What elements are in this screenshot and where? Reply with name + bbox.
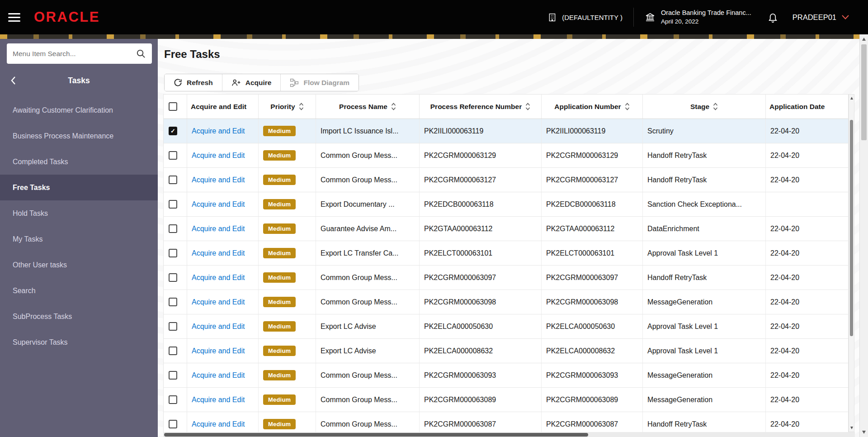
row-checkbox[interactable] bbox=[169, 347, 177, 355]
row-checkbox[interactable] bbox=[169, 273, 177, 282]
row-checkbox[interactable] bbox=[169, 322, 177, 331]
table-vertical-scrollbar[interactable] bbox=[849, 94, 854, 432]
vertical-scrollbar-thumb[interactable] bbox=[850, 120, 853, 336]
search-icon[interactable] bbox=[136, 48, 146, 59]
priority-badge: Medium bbox=[263, 150, 296, 161]
column-header[interactable]: Priority bbox=[259, 95, 316, 119]
sort-icon[interactable] bbox=[713, 102, 718, 111]
row-checkbox[interactable] bbox=[169, 420, 177, 428]
sidebar-item-label: Free Tasks bbox=[13, 184, 50, 192]
user-menu[interactable]: PRADEEP01 bbox=[793, 13, 849, 22]
back-chevron-icon[interactable] bbox=[10, 76, 17, 86]
sidebar-menu-item[interactable]: Supervisor Tasks bbox=[0, 329, 158, 355]
acquire-and-edit-link[interactable]: Acquire and Edit bbox=[192, 347, 245, 355]
menu-search-input[interactable] bbox=[13, 50, 136, 58]
row-checkbox[interactable] bbox=[169, 151, 177, 160]
row-checkbox[interactable] bbox=[169, 176, 177, 184]
priority-cell: Medium bbox=[259, 241, 316, 265]
acquire-and-edit-cell: Acquire and Edit bbox=[187, 168, 259, 192]
sidebar-item-label: Hold Tasks bbox=[13, 209, 48, 218]
acquire-and-edit-link[interactable]: Acquire and Edit bbox=[192, 420, 245, 428]
column-header[interactable]: Process Name bbox=[316, 95, 420, 119]
acquire-and-edit-link[interactable]: Acquire and Edit bbox=[192, 274, 245, 282]
sidebar-menu-item[interactable]: SubProcess Tasks bbox=[0, 304, 158, 329]
acquire-and-edit-link[interactable]: Acquire and Edit bbox=[192, 371, 245, 380]
scroll-up-arrow-icon[interactable] bbox=[849, 97, 854, 100]
process-reference-number-cell: PK2EDCB000063118 bbox=[420, 192, 542, 216]
column-label: Priority bbox=[270, 103, 295, 111]
table-row: Acquire and Edit Medium Export LC Advise… bbox=[164, 339, 848, 363]
sort-icon[interactable] bbox=[525, 102, 530, 111]
acquire-and-edit-link[interactable]: Acquire and Edit bbox=[192, 249, 245, 257]
horizontal-scrollbar-thumb[interactable] bbox=[164, 433, 588, 437]
sidebar-menu-item[interactable]: Awaiting Customer Clarification bbox=[0, 97, 158, 123]
table-row: Acquire and Edit Medium Guarantee Advise… bbox=[164, 217, 848, 241]
building-icon bbox=[547, 13, 557, 22]
acquire-and-edit-cell: Acquire and Edit bbox=[187, 363, 259, 387]
menu-search-box bbox=[7, 43, 152, 64]
refresh-button[interactable]: Refresh bbox=[165, 74, 222, 91]
process-name-cell: Common Group Mess... bbox=[316, 266, 420, 290]
hamburger-menu-icon[interactable] bbox=[8, 11, 20, 24]
row-checkbox[interactable] bbox=[169, 200, 177, 209]
process-reference-number-cell: PK2ELCA000008632 bbox=[420, 339, 542, 363]
row-checkbox[interactable] bbox=[169, 249, 177, 257]
sidebar-menu-item[interactable]: Other User tasks bbox=[0, 252, 158, 278]
sidebar-item-label: Search bbox=[13, 287, 36, 295]
acquire-and-edit-link[interactable]: Acquire and Edit bbox=[192, 152, 245, 160]
row-select-cell bbox=[164, 241, 187, 265]
sidebar-menu-item[interactable]: Search bbox=[0, 278, 158, 304]
acquire-and-edit-link[interactable]: Acquire and Edit bbox=[192, 176, 245, 184]
sidebar-item-label: Other User tasks bbox=[13, 261, 67, 269]
chevron-down-icon bbox=[842, 15, 849, 19]
sidebar-menu-item[interactable]: Free Tasks bbox=[0, 175, 158, 200]
sort-icon[interactable] bbox=[391, 102, 396, 111]
acquire-and-edit-link[interactable]: Acquire and Edit bbox=[192, 225, 245, 233]
page-scroll-up-icon[interactable] bbox=[860, 35, 868, 43]
table-row: Acquire and Edit Medium Import LC Issuan… bbox=[164, 119, 848, 143]
row-checkbox[interactable] bbox=[169, 224, 177, 233]
acquire-user-plus-icon bbox=[231, 78, 241, 87]
sort-icon[interactable] bbox=[625, 102, 630, 111]
priority-cell: Medium bbox=[259, 363, 316, 387]
acquire-and-edit-link[interactable]: Acquire and Edit bbox=[192, 200, 245, 209]
scroll-down-arrow-icon[interactable] bbox=[849, 427, 854, 429]
entity-selector[interactable]: (DEFAULTENTITY ) bbox=[547, 13, 623, 22]
acquire-button[interactable]: Acquire bbox=[222, 74, 281, 91]
acquire-and-edit-link[interactable]: Acquire and Edit bbox=[192, 396, 245, 404]
sidebar-item-label: Awaiting Customer Clarification bbox=[13, 106, 113, 114]
acquire-and-edit-link[interactable]: Acquire and Edit bbox=[192, 298, 245, 306]
org-name: Oracle Banking Trade Financ... bbox=[661, 9, 751, 18]
select-all-checkbox[interactable] bbox=[169, 102, 177, 111]
page-scrollbar-thumb[interactable] bbox=[861, 44, 867, 140]
column-header[interactable]: Application Number bbox=[542, 95, 643, 119]
row-checkbox[interactable] bbox=[169, 371, 177, 380]
application-date-cell: 22-04-20 bbox=[766, 290, 849, 314]
row-checkbox[interactable] bbox=[169, 298, 177, 306]
sort-icon[interactable] bbox=[299, 102, 304, 111]
sidebar-menu-item[interactable]: Completed Tasks bbox=[0, 149, 158, 175]
flow-diagram-button[interactable]: Flow Diagram bbox=[280, 74, 359, 91]
column-label: Process Name bbox=[339, 103, 387, 111]
table-row: Acquire and Edit Medium Common Group Mes… bbox=[164, 143, 848, 168]
notifications-bell-icon[interactable] bbox=[768, 12, 778, 23]
acquire-and-edit-link[interactable]: Acquire and Edit bbox=[192, 127, 245, 135]
column-header[interactable]: Process Reference Number bbox=[420, 95, 542, 119]
page-scroll-down-icon[interactable] bbox=[860, 428, 868, 436]
sidebar-menu-item[interactable]: Business Process Maintenance bbox=[0, 123, 158, 149]
sidebar-menu-item[interactable]: Hold Tasks bbox=[0, 200, 158, 226]
row-checkbox[interactable] bbox=[169, 395, 177, 404]
process-name-cell: Common Group Mess... bbox=[316, 290, 420, 314]
acquire-and-edit-link[interactable]: Acquire and Edit bbox=[192, 323, 245, 331]
table-horizontal-scrollbar[interactable] bbox=[163, 432, 855, 437]
column-header[interactable]: Stage bbox=[643, 95, 766, 119]
row-checkbox[interactable] bbox=[169, 127, 177, 135]
application-number-cell: PK2ELCT000063101 bbox=[542, 241, 643, 265]
main-content: Free Tasks Refresh Acquire bbox=[158, 39, 859, 437]
process-reference-number-cell: PK2CGRM000063098 bbox=[420, 290, 542, 314]
sidebar-menu-item[interactable]: My Tasks bbox=[0, 226, 158, 252]
stage-cell: MessageGeneration bbox=[643, 363, 766, 387]
process-reference-number-cell: PK2CGRM000063127 bbox=[420, 168, 542, 192]
application-date-cell bbox=[766, 192, 849, 216]
page-scrollbar[interactable] bbox=[859, 34, 868, 437]
